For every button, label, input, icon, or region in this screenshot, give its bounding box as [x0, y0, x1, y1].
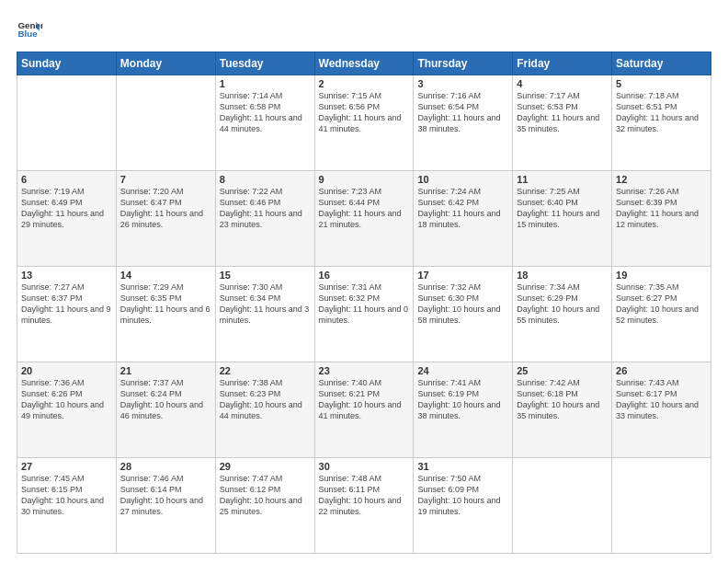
calendar-cell: 24Sunrise: 7:41 AM Sunset: 6:19 PM Dayli…	[414, 362, 513, 458]
day-info: Sunrise: 7:17 AM Sunset: 6:53 PM Dayligh…	[517, 90, 608, 135]
day-header-friday: Friday	[513, 52, 612, 75]
day-info: Sunrise: 7:38 AM Sunset: 6:23 PM Dayligh…	[220, 377, 311, 422]
day-info: Sunrise: 7:41 AM Sunset: 6:19 PM Dayligh…	[417, 377, 508, 422]
day-number: 11	[517, 174, 608, 185]
calendar-week-row: 20Sunrise: 7:36 AM Sunset: 6:26 PM Dayli…	[17, 362, 711, 458]
day-number: 12	[616, 174, 707, 185]
day-header-sunday: Sunday	[17, 52, 117, 75]
calendar-cell: 17Sunrise: 7:32 AM Sunset: 6:30 PM Dayli…	[414, 267, 513, 362]
calendar-cell: 21Sunrise: 7:37 AM Sunset: 6:24 PM Dayli…	[116, 362, 215, 458]
calendar-week-row: 1Sunrise: 7:14 AM Sunset: 6:58 PM Daylig…	[17, 75, 711, 171]
day-number: 1	[220, 78, 311, 89]
day-info: Sunrise: 7:35 AM Sunset: 6:27 PM Dayligh…	[616, 282, 707, 327]
calendar-cell	[116, 75, 215, 171]
day-number: 21	[120, 365, 211, 376]
calendar-cell: 31Sunrise: 7:50 AM Sunset: 6:09 PM Dayli…	[414, 458, 513, 554]
calendar-cell: 16Sunrise: 7:31 AM Sunset: 6:32 PM Dayli…	[314, 267, 414, 362]
day-info: Sunrise: 7:32 AM Sunset: 6:30 PM Dayligh…	[417, 282, 508, 327]
day-number: 13	[21, 270, 112, 281]
day-number: 30	[319, 461, 410, 472]
day-info: Sunrise: 7:22 AM Sunset: 6:46 PM Dayligh…	[220, 186, 311, 231]
day-number: 6	[21, 174, 112, 185]
day-number: 26	[616, 365, 707, 376]
calendar-cell: 13Sunrise: 7:27 AM Sunset: 6:37 PM Dayli…	[17, 267, 117, 362]
calendar-cell: 7Sunrise: 7:20 AM Sunset: 6:47 PM Daylig…	[116, 171, 215, 267]
day-number: 3	[417, 78, 508, 89]
calendar-cell: 23Sunrise: 7:40 AM Sunset: 6:21 PM Dayli…	[314, 362, 414, 458]
calendar-cell: 26Sunrise: 7:43 AM Sunset: 6:17 PM Dayli…	[612, 362, 711, 458]
day-info: Sunrise: 7:30 AM Sunset: 6:34 PM Dayligh…	[220, 282, 311, 327]
calendar-cell: 15Sunrise: 7:30 AM Sunset: 6:34 PM Dayli…	[215, 267, 314, 362]
day-info: Sunrise: 7:24 AM Sunset: 6:42 PM Dayligh…	[417, 186, 508, 231]
calendar-cell	[17, 75, 117, 171]
day-info: Sunrise: 7:16 AM Sunset: 6:54 PM Dayligh…	[417, 90, 508, 135]
day-number: 22	[220, 365, 311, 376]
day-info: Sunrise: 7:50 AM Sunset: 6:09 PM Dayligh…	[417, 473, 508, 518]
day-number: 17	[417, 270, 508, 281]
calendar-week-row: 6Sunrise: 7:19 AM Sunset: 6:49 PM Daylig…	[17, 171, 711, 267]
day-info: Sunrise: 7:42 AM Sunset: 6:18 PM Dayligh…	[517, 377, 608, 422]
calendar-cell: 28Sunrise: 7:46 AM Sunset: 6:14 PM Dayli…	[116, 458, 215, 554]
calendar-cell: 10Sunrise: 7:24 AM Sunset: 6:42 PM Dayli…	[414, 171, 513, 267]
day-number: 7	[120, 174, 211, 185]
calendar-cell: 11Sunrise: 7:25 AM Sunset: 6:40 PM Dayli…	[513, 171, 612, 267]
calendar-cell: 22Sunrise: 7:38 AM Sunset: 6:23 PM Dayli…	[215, 362, 314, 458]
day-number: 28	[120, 461, 211, 472]
calendar-cell: 29Sunrise: 7:47 AM Sunset: 6:12 PM Dayli…	[215, 458, 314, 554]
day-number: 27	[21, 461, 112, 472]
day-number: 18	[517, 270, 608, 281]
day-info: Sunrise: 7:23 AM Sunset: 6:44 PM Dayligh…	[319, 186, 410, 231]
day-number: 9	[319, 174, 410, 185]
day-header-tuesday: Tuesday	[215, 52, 314, 75]
day-info: Sunrise: 7:14 AM Sunset: 6:58 PM Dayligh…	[220, 90, 311, 135]
day-info: Sunrise: 7:15 AM Sunset: 6:56 PM Dayligh…	[319, 90, 410, 135]
day-number: 5	[616, 78, 707, 89]
day-info: Sunrise: 7:19 AM Sunset: 6:49 PM Dayligh…	[21, 186, 112, 231]
day-number: 2	[319, 78, 410, 89]
day-info: Sunrise: 7:48 AM Sunset: 6:11 PM Dayligh…	[319, 473, 410, 518]
day-info: Sunrise: 7:27 AM Sunset: 6:37 PM Dayligh…	[21, 282, 112, 327]
calendar-cell: 9Sunrise: 7:23 AM Sunset: 6:44 PM Daylig…	[314, 171, 414, 267]
calendar-cell: 2Sunrise: 7:15 AM Sunset: 6:56 PM Daylig…	[314, 75, 414, 171]
day-number: 15	[220, 270, 311, 281]
day-header-saturday: Saturday	[612, 52, 711, 75]
day-header-wednesday: Wednesday	[314, 52, 414, 75]
day-number: 23	[319, 365, 410, 376]
calendar-cell: 20Sunrise: 7:36 AM Sunset: 6:26 PM Dayli…	[17, 362, 117, 458]
calendar-cell: 25Sunrise: 7:42 AM Sunset: 6:18 PM Dayli…	[513, 362, 612, 458]
calendar-cell: 8Sunrise: 7:22 AM Sunset: 6:46 PM Daylig…	[215, 171, 314, 267]
day-info: Sunrise: 7:26 AM Sunset: 6:39 PM Dayligh…	[616, 186, 707, 231]
calendar-cell: 4Sunrise: 7:17 AM Sunset: 6:53 PM Daylig…	[513, 75, 612, 171]
day-info: Sunrise: 7:18 AM Sunset: 6:51 PM Dayligh…	[616, 90, 707, 135]
calendar-header-row: SundayMondayTuesdayWednesdayThursdayFrid…	[17, 52, 711, 75]
day-number: 14	[120, 270, 211, 281]
day-header-thursday: Thursday	[414, 52, 513, 75]
day-info: Sunrise: 7:40 AM Sunset: 6:21 PM Dayligh…	[319, 377, 410, 422]
page-header: General Blue	[17, 17, 711, 42]
calendar-cell: 12Sunrise: 7:26 AM Sunset: 6:39 PM Dayli…	[612, 171, 711, 267]
svg-text:Blue: Blue	[17, 29, 38, 39]
calendar-cell: 19Sunrise: 7:35 AM Sunset: 6:27 PM Dayli…	[612, 267, 711, 362]
day-number: 31	[417, 461, 508, 472]
day-info: Sunrise: 7:37 AM Sunset: 6:24 PM Dayligh…	[120, 377, 211, 422]
day-info: Sunrise: 7:31 AM Sunset: 6:32 PM Dayligh…	[319, 282, 410, 327]
day-info: Sunrise: 7:36 AM Sunset: 6:26 PM Dayligh…	[21, 377, 112, 422]
day-info: Sunrise: 7:25 AM Sunset: 6:40 PM Dayligh…	[517, 186, 608, 231]
logo: General Blue	[17, 17, 46, 42]
day-info: Sunrise: 7:47 AM Sunset: 6:12 PM Dayligh…	[220, 473, 311, 518]
calendar-cell: 6Sunrise: 7:19 AM Sunset: 6:49 PM Daylig…	[17, 171, 117, 267]
day-info: Sunrise: 7:29 AM Sunset: 6:35 PM Dayligh…	[120, 282, 211, 327]
day-info: Sunrise: 7:46 AM Sunset: 6:14 PM Dayligh…	[120, 473, 211, 518]
calendar-cell: 5Sunrise: 7:18 AM Sunset: 6:51 PM Daylig…	[612, 75, 711, 171]
calendar-cell	[513, 458, 612, 554]
day-number: 25	[517, 365, 608, 376]
day-number: 10	[417, 174, 508, 185]
day-info: Sunrise: 7:20 AM Sunset: 6:47 PM Dayligh…	[120, 186, 211, 231]
day-number: 4	[517, 78, 608, 89]
day-info: Sunrise: 7:34 AM Sunset: 6:29 PM Dayligh…	[517, 282, 608, 327]
day-info: Sunrise: 7:45 AM Sunset: 6:15 PM Dayligh…	[21, 473, 112, 518]
day-number: 8	[220, 174, 311, 185]
calendar-table: SundayMondayTuesdayWednesdayThursdayFrid…	[17, 52, 711, 554]
calendar-cell	[612, 458, 711, 554]
day-header-monday: Monday	[116, 52, 215, 75]
